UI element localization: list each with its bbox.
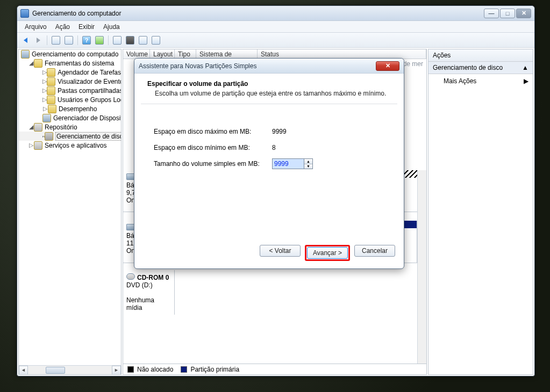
col-layout[interactable]: Layout bbox=[150, 49, 175, 59]
submenu-arrow-icon: ▶ bbox=[524, 77, 528, 85]
tree-users[interactable]: Usuários e Grupos Loca bbox=[58, 96, 122, 104]
legend-unallocated: Não alocado bbox=[137, 366, 173, 373]
dialog-title: Assistente para Novas Partições Simples bbox=[139, 62, 256, 70]
collapse-caret-icon: ▲ bbox=[522, 64, 528, 71]
tree-scheduler[interactable]: Agendador de Tarefas bbox=[58, 69, 121, 76]
next-button[interactable]: Avançar > bbox=[307, 247, 348, 259]
next-button-highlight: Avançar > bbox=[305, 245, 350, 261]
toolbar: ? bbox=[17, 33, 534, 48]
col-volume[interactable]: Volume bbox=[123, 49, 150, 59]
tools-icon bbox=[34, 59, 42, 68]
col-fs[interactable]: Sistema de arquivos bbox=[196, 49, 258, 59]
services-icon bbox=[34, 141, 42, 150]
actions-title: Ações bbox=[428, 49, 533, 62]
max-space-label: Espaço em disco máximo em MB: bbox=[154, 128, 272, 135]
tree-services[interactable]: Serviços e aplicativos bbox=[45, 142, 106, 149]
tree-system-tools[interactable]: Ferramentas do sistema bbox=[45, 60, 114, 67]
tb-help-icon[interactable]: ? bbox=[81, 34, 92, 46]
tb-properties-icon[interactable] bbox=[63, 34, 75, 46]
expand-icon[interactable]: ▷ bbox=[42, 87, 47, 94]
tree-devicemgr[interactable]: Gerenciador de Disposit bbox=[53, 114, 122, 122]
users-icon bbox=[47, 96, 55, 104]
min-space-value: 8 bbox=[272, 144, 276, 151]
tb-view1-icon[interactable] bbox=[111, 34, 123, 46]
dialog-heading: Especificar o volume da partição bbox=[147, 80, 248, 88]
diskmgmt-icon bbox=[45, 132, 53, 141]
back-button[interactable]: < Voltar bbox=[260, 245, 301, 257]
menu-acao[interactable]: Ação bbox=[51, 22, 74, 32]
col-tipo[interactable]: Tipo bbox=[175, 49, 196, 59]
scheduler-icon bbox=[47, 68, 55, 77]
cdrom-empty[interactable] bbox=[175, 270, 417, 315]
tb-console-icon[interactable] bbox=[50, 34, 62, 46]
tree-horizontal-scrollbar[interactable]: ◄ ► bbox=[19, 365, 121, 374]
tree-storage[interactable]: Repositório bbox=[45, 124, 77, 131]
scroll-right-icon[interactable]: ► bbox=[112, 366, 121, 375]
eventviewer-icon bbox=[47, 77, 55, 86]
cancel-button[interactable]: Cancelar bbox=[354, 245, 395, 257]
spinner-down-icon[interactable]: ▼ bbox=[304, 164, 312, 169]
actions-more[interactable]: Mais Ações▶ bbox=[428, 74, 533, 88]
max-space-value: 9999 bbox=[272, 128, 287, 135]
tb-refresh-icon[interactable] bbox=[94, 34, 105, 46]
nav-back-button[interactable] bbox=[19, 34, 31, 46]
tb-view4-icon[interactable] bbox=[150, 34, 162, 46]
dialog-subheading: Escolha um volume de partição que esteja… bbox=[147, 90, 391, 97]
menu-exibir[interactable]: Exibir bbox=[74, 22, 99, 32]
spinner-buttons[interactable]: ▲ ▼ bbox=[304, 158, 313, 169]
nav-forward-button[interactable] bbox=[32, 34, 44, 46]
minimize-button[interactable]: — bbox=[484, 9, 499, 18]
tree-root[interactable]: Gerenciamento do computado bbox=[32, 50, 118, 58]
spinner-up-icon[interactable]: ▲ bbox=[304, 159, 312, 164]
window-title: Gerenciamento do computador bbox=[32, 10, 483, 17]
performance-icon bbox=[48, 105, 56, 113]
expand-icon[interactable]: ▷ bbox=[42, 69, 47, 76]
computer-icon bbox=[21, 50, 30, 59]
storage-icon bbox=[34, 123, 42, 132]
expand-icon[interactable]: ▷ bbox=[42, 96, 47, 103]
menu-arquivo[interactable]: Arquivo bbox=[20, 22, 51, 32]
wizard-dialog: Assistente para Novas Partições Simples … bbox=[134, 58, 404, 269]
maximize-button[interactable]: □ bbox=[500, 9, 515, 18]
cdrom-icon bbox=[126, 273, 135, 280]
tb-view2-icon[interactable] bbox=[124, 34, 136, 46]
menubar: Arquivo Ação Exibir Ajuda bbox=[17, 21, 534, 33]
disk-vertical-scrollbar[interactable] bbox=[417, 170, 426, 364]
dialog-close-button[interactable]: ✕ bbox=[376, 61, 399, 71]
tree-eventviewer[interactable]: Visualizador de Eventos bbox=[58, 78, 122, 85]
tree-performance[interactable]: Desempenho bbox=[59, 105, 97, 113]
close-button[interactable]: ✕ bbox=[516, 9, 531, 18]
cdrom-header[interactable]: CD-ROM 0 DVD (D:) Nenhuma mídia bbox=[123, 270, 175, 315]
tb-view3-icon[interactable] bbox=[137, 34, 149, 46]
actions-pane: Ações Gerenciamento de disco▲ Mais Ações… bbox=[428, 49, 533, 375]
collapse-icon[interactable]: ◢ bbox=[28, 124, 34, 130]
legend-primary: Partição primária bbox=[190, 366, 239, 373]
menu-ajuda[interactable]: Ajuda bbox=[99, 22, 124, 32]
app-icon bbox=[20, 9, 29, 18]
expand-icon[interactable]: ▷ bbox=[28, 142, 34, 149]
tree-sharedfolders[interactable]: Pastas compartilhadas bbox=[58, 87, 122, 95]
col-status[interactable]: Status bbox=[258, 49, 426, 59]
legend-unallocated-swatch bbox=[127, 366, 134, 373]
volume-size-label: Tamanho do volume simples em MB: bbox=[154, 160, 272, 168]
tree-pane[interactable]: Gerenciamento do computado ◢Ferramentas … bbox=[18, 49, 122, 375]
titlebar[interactable]: Gerenciamento do computador — □ ✕ bbox=[17, 6, 534, 21]
actions-section[interactable]: Gerenciamento de disco▲ bbox=[428, 62, 533, 74]
dialog-titlebar[interactable]: Assistente para Novas Partições Simples … bbox=[134, 59, 404, 74]
expand-icon[interactable]: ▷ bbox=[42, 105, 48, 112]
collapse-icon[interactable]: ◢ bbox=[28, 60, 34, 67]
min-space-label: Espaço em disco mínimo em MB: bbox=[154, 144, 272, 151]
expand-icon[interactable]: ▷ bbox=[42, 78, 47, 85]
devicemgr-icon bbox=[42, 114, 51, 122]
scroll-thumb[interactable] bbox=[46, 367, 65, 374]
tree-diskmgmt[interactable]: Gerenciamento de disco bbox=[55, 132, 122, 141]
scroll-left-icon[interactable]: ◄ bbox=[19, 366, 28, 375]
volume-size-input[interactable] bbox=[272, 158, 304, 169]
sharedfolders-icon bbox=[47, 86, 55, 95]
legend-primary-swatch bbox=[181, 366, 187, 373]
